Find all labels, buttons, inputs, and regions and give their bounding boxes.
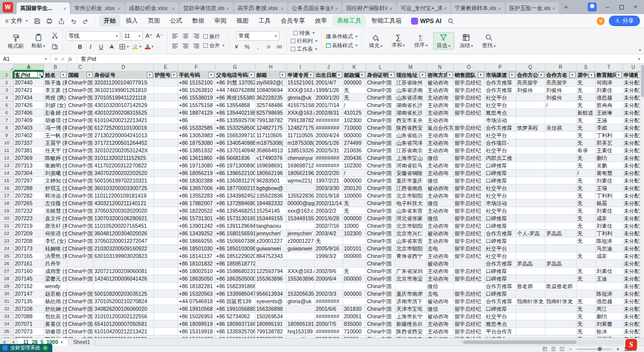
cell[interactable]: [545, 214, 576, 222]
cell[interactable]: 2003/3/30: [314, 184, 343, 192]
cell[interactable]: 留学总经纪: [453, 297, 485, 305]
cell[interactable]: 桂婉唯 (女: [44, 244, 67, 252]
cell[interactable]: [153, 327, 178, 335]
header-cell[interactable]: 原中介机▾: [576, 71, 595, 78]
cell[interactable]: [153, 282, 178, 290]
cell[interactable]: +86 1991056889: [215, 305, 255, 312]
cell[interactable]: 社交平台: [485, 207, 516, 214]
cell[interactable]: 留学总经纪: [453, 139, 485, 146]
cell[interactable]: China中国: [67, 169, 93, 177]
row-header-28[interactable]: 28: [0, 275, 14, 282]
cell[interactable]: 胡睿琪 (女: [44, 116, 67, 124]
cell[interactable]: 周江: [595, 305, 622, 312]
cell[interactable]: 左佳薇 (女: [44, 199, 67, 207]
decrease-font-icon[interactable]: A⁻: [155, 31, 164, 40]
cell[interactable]: +86 1877000215: [215, 184, 255, 192]
cell[interactable]: 370105200210270824: [93, 297, 153, 305]
sort-button[interactable]: A↓Z↓ 排序▾: [411, 33, 432, 49]
cell[interactable]: [255, 259, 286, 267]
font-name-select[interactable]: 等线▾: [66, 31, 120, 41]
cell[interactable]: +86 18753080: [178, 139, 215, 146]
cell[interactable]: v17490376: [255, 154, 286, 161]
cell[interactable]: 留学总经纪: [453, 214, 485, 222]
cell[interactable]: 主动咨询: [426, 86, 453, 94]
cell[interactable]: +86 15731301: [178, 214, 215, 222]
cell[interactable]: 10000: [343, 222, 366, 229]
menu-tab[interactable]: 效率: [310, 15, 332, 27]
cell[interactable]: +86 15152100: [178, 78, 215, 86]
cell[interactable]: China中国: [67, 320, 93, 327]
cell[interactable]: 冯一博 (男: [44, 124, 67, 131]
cell[interactable]: 社交平台: [485, 131, 516, 139]
cell[interactable]: [545, 207, 576, 214]
cell[interactable]: [453, 116, 485, 124]
cell[interactable]: 2001/7/14: [314, 101, 343, 109]
cell[interactable]: 江西省南昌: [395, 184, 426, 192]
column-header-B[interactable]: B: [44, 64, 67, 71]
cell[interactable]: 370503200302020020: [93, 207, 153, 214]
row-header-16[interactable]: 16: [0, 184, 14, 192]
cell[interactable]: China中国: [366, 184, 395, 192]
cell[interactable]: m1875308(: [286, 139, 314, 146]
cell[interactable]: XXX@163.(: [286, 86, 314, 94]
cell[interactable]: 丁利利: [595, 229, 622, 237]
cell[interactable]: 王素佳: [595, 146, 622, 154]
cell[interactable]: [516, 305, 545, 312]
cell[interactable]: [153, 305, 178, 312]
filter-dropdown-icon[interactable]: ▾: [336, 72, 342, 78]
cell[interactable]: jennychen': [286, 229, 314, 237]
cell[interactable]: China中国: [67, 139, 93, 146]
cell[interactable]: 2000/6/4: [314, 275, 343, 282]
cell[interactable]: [343, 282, 366, 290]
cell[interactable]: 合作项目-: [485, 139, 516, 146]
cell[interactable]: 被动咨询: [426, 312, 453, 320]
cell[interactable]: 北京市朝阳: [395, 222, 426, 229]
cell[interactable]: 411702200312270822: [93, 161, 153, 169]
cell[interactable]: China中国: [366, 282, 395, 290]
cell[interactable]: 留学总经纪: [453, 237, 485, 244]
increase-decimal-button[interactable]: .00: [274, 42, 283, 51]
cell[interactable]: 207152: [14, 282, 44, 290]
cell[interactable]: [153, 229, 178, 237]
cell[interactable]: 口碑推荐: [485, 237, 516, 244]
cell[interactable]: 000000: [343, 252, 366, 259]
cell[interactable]: +86 刘慧 137052: [215, 78, 255, 86]
cell[interactable]: 刘俊伶: [545, 94, 576, 101]
cell[interactable]: 2002/3/3: [314, 290, 343, 297]
cell[interactable]: 无: [576, 192, 595, 199]
cell[interactable]: 207219: [14, 222, 44, 229]
header-cell[interactable]: 客户id▾: [14, 71, 44, 78]
cell[interactable]: 180995191: [286, 320, 314, 327]
cell[interactable]: [286, 184, 314, 192]
cell[interactable]: [595, 259, 622, 267]
row-header-13[interactable]: 13: [0, 161, 14, 169]
cell[interactable]: 710000: [343, 124, 366, 131]
cell[interactable]: 彭春婧 (女: [44, 109, 67, 116]
cell[interactable]: 内部员工推: [485, 154, 516, 161]
row-header-15[interactable]: 15: [0, 177, 14, 184]
cell[interactable]: China中国: [366, 237, 395, 244]
row-header-8[interactable]: 8: [0, 124, 14, 131]
cell[interactable]: 陈祖涛: [595, 237, 622, 244]
taskbar-app-chip[interactable]: 业财管理系统 ✓: [0, 344, 52, 352]
insert-function-icon[interactable]: fx: [68, 56, 72, 62]
cell[interactable]: [153, 290, 178, 297]
cell[interactable]: 合作方推荐: [485, 86, 516, 94]
vertical-scrollbar[interactable]: [640, 64, 644, 338]
cell[interactable]: China中国: [67, 146, 93, 154]
cell[interactable]: [453, 282, 485, 290]
cell[interactable]: 平台合作方: [485, 327, 516, 335]
cell[interactable]: China中国: [366, 207, 395, 214]
cell[interactable]: 舒欣娴 (女: [44, 305, 67, 312]
cell[interactable]: 153205635: [286, 290, 314, 297]
cell[interactable]: tanghaoxu: [255, 222, 286, 229]
vertical-scrollbar-thumb[interactable]: [641, 65, 644, 97]
cell[interactable]: +86 周煜155380:: [215, 94, 255, 101]
cell[interactable]: 500108200203035125: [93, 290, 153, 297]
cell[interactable]: China中国: [67, 297, 93, 305]
row-header-6[interactable]: 6: [0, 109, 14, 116]
cell[interactable]: +86 1598680231: [215, 267, 255, 275]
cell[interactable]: 207381: [14, 146, 44, 154]
cell[interactable]: 430321200211140121: [93, 199, 153, 207]
cell[interactable]: 500106199702210321: [93, 177, 153, 184]
